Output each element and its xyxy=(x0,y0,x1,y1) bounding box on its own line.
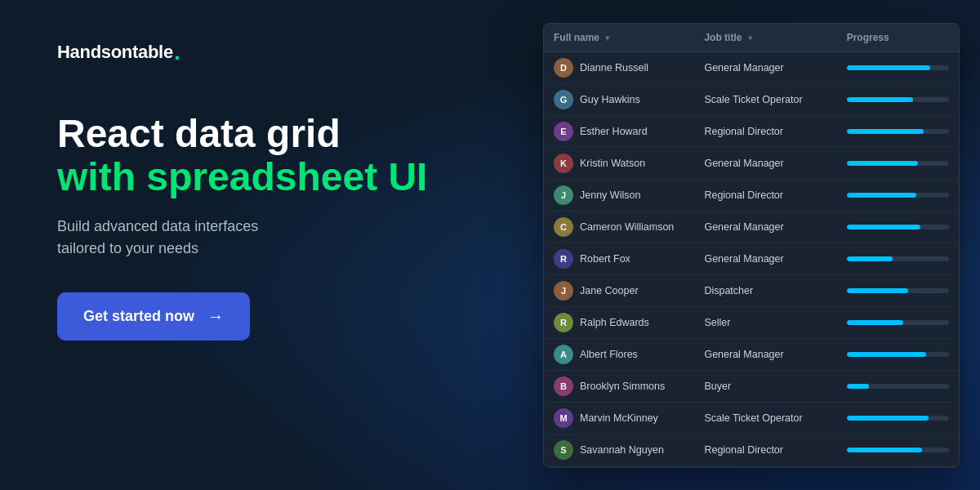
cell-job: Regional Director xyxy=(694,179,836,211)
cell-progress xyxy=(837,402,959,434)
person-name: Jane Cooper xyxy=(580,285,639,296)
progress-bar-bg xyxy=(847,256,949,261)
right-panel: Full name ▾ Job title ▾ Progress xyxy=(539,0,980,490)
svg-text:S: S xyxy=(560,445,566,455)
sort-icon-name: ▾ xyxy=(605,33,609,42)
svg-text:G: G xyxy=(560,95,568,105)
svg-text:B: B xyxy=(560,381,567,391)
avatar: R xyxy=(554,313,573,332)
avatar: J xyxy=(554,185,573,205)
cell-progress xyxy=(837,51,959,83)
data-grid: Full name ▾ Job title ▾ Progress xyxy=(543,23,960,468)
progress-bar-bg xyxy=(847,288,949,293)
progress-bar-fill xyxy=(847,161,919,166)
cell-name: E Esther Howard xyxy=(544,115,694,147)
progress-bar-fill xyxy=(847,225,920,229)
table-row: S Savannah Nguyen Regional Director xyxy=(544,434,959,466)
svg-text:J: J xyxy=(561,190,566,200)
cell-progress xyxy=(837,338,959,370)
cell-progress xyxy=(837,243,959,274)
avatar: K xyxy=(554,154,573,173)
sort-icon-job: ▾ xyxy=(748,33,752,42)
table-row: R Robert Fox General Manager xyxy=(544,243,959,274)
cell-job: Scale Ticket Operator xyxy=(694,402,836,434)
table-row: C Cameron Williamson General Manager xyxy=(544,211,959,243)
cta-label: Get started now xyxy=(83,308,194,325)
avatar: R xyxy=(554,249,573,269)
svg-text:E: E xyxy=(560,127,566,136)
progress-bar-fill xyxy=(847,320,903,325)
avatar: A xyxy=(554,345,573,364)
cell-name: D Devon Lane xyxy=(544,466,694,468)
table-row: D Dianne Russell General Manager xyxy=(544,51,959,83)
progress-bar-bg xyxy=(847,384,949,389)
avatar: B xyxy=(554,376,573,396)
cell-job: General Manager xyxy=(694,147,836,179)
progress-bar-fill xyxy=(847,65,931,70)
cell-job: Dispatcher xyxy=(694,274,836,306)
cell-progress xyxy=(837,83,959,115)
col-header-name[interactable]: Full name ▾ xyxy=(544,24,694,52)
progress-bar-fill xyxy=(847,384,870,389)
grid-table: Full name ▾ Job title ▾ Progress xyxy=(544,24,959,468)
cell-job: Driver xyxy=(694,466,836,468)
progress-bar-bg xyxy=(847,320,949,325)
progress-bar-fill xyxy=(847,256,893,261)
svg-text:J: J xyxy=(561,286,566,296)
avatar: C xyxy=(554,217,573,237)
cell-progress xyxy=(837,115,959,147)
cell-progress xyxy=(837,466,959,468)
cell-progress xyxy=(837,274,959,306)
avatar: J xyxy=(554,281,573,301)
progress-bar-bg xyxy=(847,193,949,198)
person-name: Ralph Edwards xyxy=(580,317,649,328)
person-name: Kristin Watson xyxy=(580,158,645,169)
col-header-progress: Progress xyxy=(837,24,959,52)
svg-text:M: M xyxy=(559,413,567,423)
progress-bar-fill xyxy=(847,288,908,293)
get-started-button[interactable]: Get started now → xyxy=(57,292,250,341)
progress-bar-bg xyxy=(847,97,949,102)
progress-bar-fill xyxy=(847,448,923,452)
progress-bar-bg xyxy=(847,416,949,421)
table-row: A Albert Flores General Manager xyxy=(544,338,959,370)
cell-job: Seller xyxy=(694,306,836,338)
cell-name: B Brooklyn Simmons xyxy=(544,370,694,402)
logo-text: Handsontable xyxy=(57,42,173,63)
logo: Handsontable . xyxy=(57,41,490,64)
cell-name: D Dianne Russell xyxy=(544,51,694,83)
col-header-job[interactable]: Job title ▾ xyxy=(694,24,836,52)
progress-bar-fill xyxy=(847,129,924,134)
table-row: B Brooklyn Simmons Buyer xyxy=(544,370,959,402)
headline: React data grid with spreadsheet UI xyxy=(57,113,490,199)
grid-header-row: Full name ▾ Job title ▾ Progress xyxy=(544,24,959,52)
cell-name: R Ralph Edwards xyxy=(544,306,694,338)
table-row: J Jane Cooper Dispatcher xyxy=(544,274,959,306)
cell-progress xyxy=(837,370,959,402)
person-name: Esther Howard xyxy=(580,126,648,137)
avatar: E xyxy=(554,122,573,141)
cell-job: General Manager xyxy=(694,51,836,83)
progress-bar-bg xyxy=(847,65,949,70)
left-panel: Handsontable . React data grid with spre… xyxy=(0,0,539,490)
headline-line2: with spreadsheet UI xyxy=(57,156,490,199)
svg-text:K: K xyxy=(560,158,567,168)
person-name: Robert Fox xyxy=(580,253,630,265)
cell-name: M Marvin McKinney xyxy=(544,402,694,434)
cell-progress xyxy=(837,211,959,243)
cell-name: J Jane Cooper xyxy=(544,274,694,306)
cell-progress xyxy=(837,147,959,179)
cell-progress xyxy=(837,306,959,338)
table-row: G Guy Hawkins Scale Ticket Operator xyxy=(544,83,959,115)
cell-name: J Jenny Wilson xyxy=(544,179,694,211)
progress-bar-fill xyxy=(847,193,916,198)
progress-bar-fill xyxy=(847,97,913,102)
progress-bar-bg xyxy=(847,448,949,452)
person-name: Jenny Wilson xyxy=(580,189,640,201)
person-name: Marvin McKinney xyxy=(580,412,658,424)
cell-job: General Manager xyxy=(694,211,836,243)
cell-job: Scale Ticket Operator xyxy=(694,83,836,115)
headline-line1: React data grid xyxy=(57,113,490,156)
person-name: Savannah Nguyen xyxy=(580,444,664,456)
progress-bar-bg xyxy=(847,352,949,357)
